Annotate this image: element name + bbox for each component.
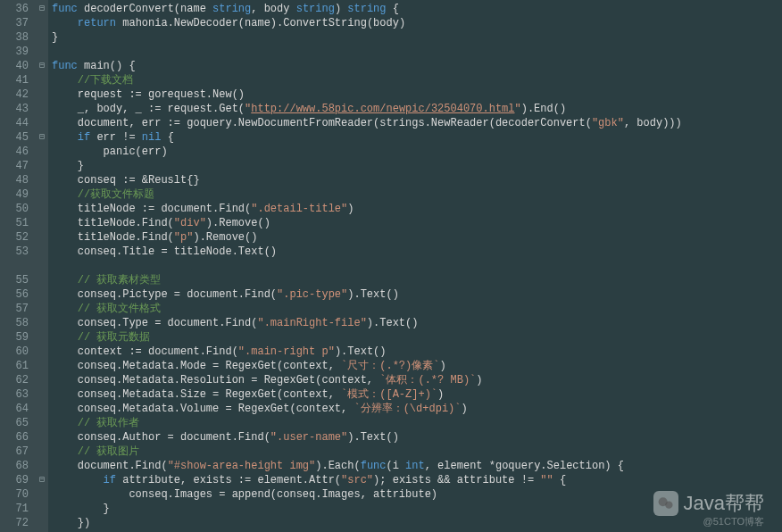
code-line[interactable]: // 获取文件格式 — [52, 302, 782, 316]
line-number: 45 — [0, 130, 36, 145]
line-number: 70 — [0, 487, 36, 502]
line-number: 66 — [0, 430, 36, 445]
svg-point-1 — [665, 502, 672, 509]
code-line[interactable]: } — [52, 159, 782, 173]
code-line[interactable]: } — [52, 30, 782, 45]
line-number: 56 — [0, 287, 36, 302]
line-number: 40 — [0, 59, 36, 73]
code-line[interactable]: func decoderConvert(name string, body st… — [52, 2, 782, 16]
fold-marker[interactable] — [36, 30, 48, 45]
code-line[interactable]: context := document.Find(".main-right p"… — [52, 345, 782, 359]
fold-marker[interactable] — [36, 416, 48, 430]
code-line[interactable]: titleNode.Find("p").Remove() — [52, 230, 782, 245]
line-number: 51 — [0, 216, 36, 230]
line-number: 63 — [0, 387, 36, 402]
code-line[interactable]: func main() { — [52, 59, 782, 73]
code-line[interactable]: document.Find("#show-area-height img").E… — [52, 459, 782, 473]
code-line[interactable]: return mahonia.NewDecoder(name).ConvertS… — [52, 16, 782, 30]
fold-marker[interactable] — [36, 87, 48, 102]
watermark: Java帮帮 @51CTO博客 — [653, 491, 764, 516]
code-line[interactable]: }) — [52, 516, 782, 530]
line-number: 41 — [0, 73, 36, 87]
fold-marker[interactable]: ⊟ — [36, 130, 48, 145]
line-number: 44 — [0, 116, 36, 130]
fold-marker[interactable] — [36, 287, 48, 302]
line-number: 72 — [0, 516, 36, 530]
fold-marker[interactable] — [36, 173, 48, 187]
fold-marker[interactable] — [36, 330, 48, 345]
fold-marker[interactable] — [36, 302, 48, 316]
fold-marker[interactable] — [36, 16, 48, 30]
code-line[interactable]: conseq := &Reuslt{} — [52, 173, 782, 187]
code-line[interactable]: conseq.Metadata.Volume = RegexGet(contex… — [52, 402, 782, 416]
watermark-sub: @51CTO博客 — [703, 514, 764, 528]
code-line[interactable] — [52, 45, 782, 59]
fold-marker[interactable] — [36, 359, 48, 373]
code-line[interactable]: // 获取素材类型 — [52, 273, 782, 287]
fold-marker[interactable] — [36, 316, 48, 330]
fold-marker[interactable] — [36, 516, 48, 530]
code-line[interactable]: document, err := goquery.NewDocumentFrom… — [52, 116, 782, 130]
fold-marker[interactable] — [36, 487, 48, 502]
code-line[interactable]: request := gorequest.New() — [52, 87, 782, 102]
fold-marker[interactable]: ⊟ — [36, 59, 48, 73]
fold-marker[interactable] — [36, 273, 48, 287]
code-line[interactable]: //下载文档 — [52, 73, 782, 87]
fold-column[interactable]: ⊟⊟⊟⊟ — [36, 0, 48, 532]
line-number: 42 — [0, 87, 36, 102]
line-number: 53 — [0, 245, 36, 259]
line-number: 65 — [0, 416, 36, 430]
fold-marker[interactable] — [36, 187, 48, 202]
fold-marker[interactable] — [36, 502, 48, 516]
line-number: 64 — [0, 402, 36, 416]
fold-marker[interactable] — [36, 445, 48, 459]
line-number: 55 — [0, 273, 36, 287]
code-line[interactable]: conseq.Title = titleNode.Text() — [52, 245, 782, 259]
code-line[interactable] — [52, 259, 782, 273]
line-number: 57 — [0, 302, 36, 316]
code-line[interactable]: conseq.Pictype = document.Find(".pic-typ… — [52, 287, 782, 302]
fold-marker[interactable] — [36, 259, 48, 273]
code-line[interactable]: conseq.Metadata.Mode = RegexGet(context,… — [52, 359, 782, 373]
fold-marker[interactable] — [36, 102, 48, 116]
fold-marker[interactable] — [36, 230, 48, 245]
line-number: 49 — [0, 187, 36, 202]
fold-marker[interactable] — [36, 45, 48, 59]
code-line[interactable]: titleNode.Find("div").Remove() — [52, 216, 782, 230]
line-number: 38 — [0, 30, 36, 45]
code-line[interactable]: conseq.Type = document.Find(".mainRight-… — [52, 316, 782, 330]
fold-marker[interactable] — [36, 159, 48, 173]
fold-marker[interactable]: ⊟ — [36, 473, 48, 487]
fold-marker[interactable] — [36, 202, 48, 216]
line-number: 62 — [0, 373, 36, 387]
code-line[interactable]: conseq.Metadata.Size = RegexGet(context,… — [52, 387, 782, 402]
fold-marker[interactable] — [36, 216, 48, 230]
code-area[interactable]: func decoderConvert(name string, body st… — [48, 0, 782, 532]
fold-marker[interactable] — [36, 245, 48, 259]
code-line[interactable]: panic(err) — [52, 145, 782, 159]
line-number: 58 — [0, 316, 36, 330]
fold-marker[interactable] — [36, 459, 48, 473]
code-line[interactable]: titleNode := document.Find(".detail-titl… — [52, 202, 782, 216]
code-line[interactable]: _, body, _ := request.Get("http://www.58… — [52, 102, 782, 116]
code-line[interactable]: conseq.Author = document.Find(".user-nam… — [52, 430, 782, 445]
code-line[interactable]: // 获取图片 — [52, 445, 782, 459]
code-line[interactable]: if err != nil { — [52, 130, 782, 145]
fold-marker[interactable]: ⊟ — [36, 2, 48, 16]
fold-marker[interactable] — [36, 430, 48, 445]
wechat-icon — [653, 491, 678, 516]
code-line[interactable]: conseq.Metadata.Resolution = RegexGet(co… — [52, 373, 782, 387]
fold-marker[interactable] — [36, 373, 48, 387]
code-line[interactable]: if attribute, exists := element.Attr("sr… — [52, 473, 782, 487]
fold-marker[interactable] — [36, 145, 48, 159]
fold-marker[interactable] — [36, 345, 48, 359]
fold-marker[interactable] — [36, 73, 48, 87]
line-number: 46 — [0, 145, 36, 159]
fold-marker[interactable] — [36, 116, 48, 130]
fold-marker[interactable] — [36, 387, 48, 402]
line-number-gutter: 3637383940414243444546474849505152535556… — [0, 0, 36, 532]
code-line[interactable]: // 获取作者 — [52, 416, 782, 430]
code-line[interactable]: //获取文件标题 — [52, 187, 782, 202]
fold-marker[interactable] — [36, 402, 48, 416]
code-line[interactable]: // 获取元数据 — [52, 330, 782, 345]
